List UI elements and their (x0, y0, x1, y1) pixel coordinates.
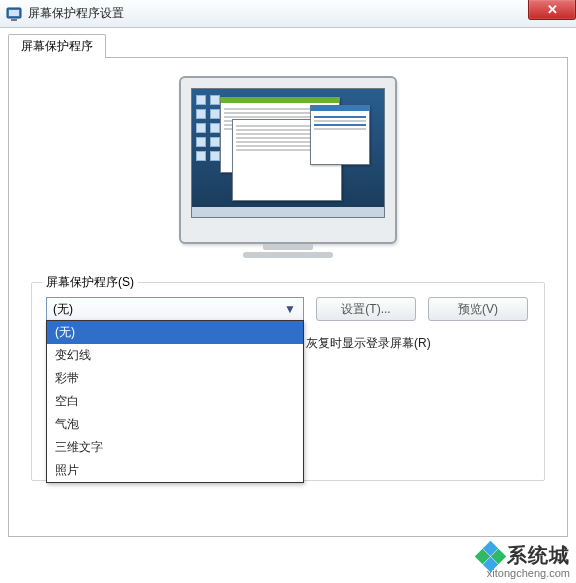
tab-panel: 屏幕保护程序(S) (无) ▼ (无) 变幻线 彩带 空白 气泡 三维文字 照片 (8, 57, 568, 537)
titlebar: 屏幕保护程序设置 ✕ (0, 0, 576, 28)
screensaver-option[interactable]: 照片 (47, 459, 303, 482)
watermark: 系统城 xitongcheng.com (477, 542, 570, 579)
combo-selected-text: (无) (53, 301, 73, 318)
svg-rect-1 (9, 10, 19, 16)
tab-screensaver[interactable]: 屏幕保护程序 (8, 34, 106, 58)
close-button[interactable]: ✕ (528, 0, 576, 20)
window-body: 屏幕保护程序 屏幕保护程 (0, 28, 576, 545)
screensaver-dropdown: (无) 变幻线 彩带 空白 气泡 三维文字 照片 (46, 320, 304, 483)
monitor-preview (29, 76, 547, 254)
screensaver-option[interactable]: 彩带 (47, 367, 303, 390)
window-title: 屏幕保护程序设置 (28, 5, 124, 22)
app-icon (6, 6, 22, 22)
close-icon: ✕ (547, 2, 558, 17)
screensaver-option[interactable]: 气泡 (47, 413, 303, 436)
screensaver-combo[interactable]: (无) ▼ (46, 297, 304, 321)
screensaver-option[interactable]: 三维文字 (47, 436, 303, 459)
svg-rect-2 (11, 19, 17, 21)
screensaver-option[interactable]: 变幻线 (47, 344, 303, 367)
screensaver-option[interactable]: 空白 (47, 390, 303, 413)
watermark-brand: 系统城 (507, 542, 570, 569)
chevron-down-icon: ▼ (281, 300, 299, 318)
settings-button[interactable]: 设置(T)... (316, 297, 416, 321)
tab-strip: 屏幕保护程序 (8, 34, 568, 58)
screensaver-option[interactable]: (无) (47, 321, 303, 344)
group-label: 屏幕保护程序(S) (42, 274, 138, 291)
preview-button[interactable]: 预览(V) (428, 297, 528, 321)
screensaver-group: 屏幕保护程序(S) (无) ▼ (无) 变幻线 彩带 空白 气泡 三维文字 照片 (31, 282, 545, 481)
preview-screen (191, 88, 385, 218)
watermark-logo-icon (477, 543, 503, 569)
